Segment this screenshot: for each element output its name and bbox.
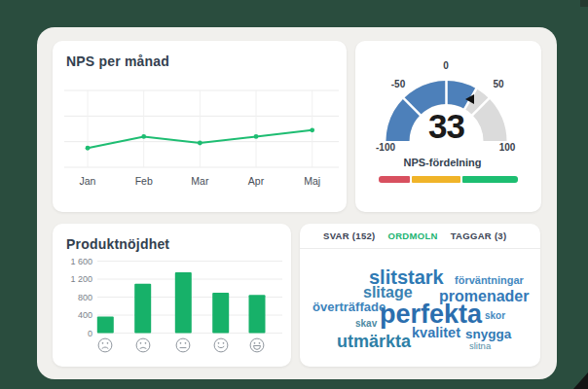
wordcloud-word[interactable]: kvalitet	[412, 326, 460, 340]
satisfaction-bar	[97, 316, 114, 333]
bar-ytick-label: 800	[78, 293, 92, 302]
wordcloud-word[interactable]: perfekta	[380, 301, 482, 328]
gauge-distribution-label: NPS-fördelning	[355, 157, 530, 168]
gauge-value: 33	[355, 107, 537, 146]
emoji-very-sad-icon	[97, 337, 113, 353]
tab-taggar-3[interactable]: TAGGAR (3)	[451, 230, 507, 241]
wordcloud-word[interactable]: utmärkta	[337, 333, 411, 350]
word-cloud: slitstarkförväntningarslitagepromenaderö…	[300, 249, 540, 367]
month-label: Maj	[304, 175, 320, 187]
gauge-tick-label: 0	[443, 60, 449, 71]
line-point	[141, 134, 146, 139]
emoji-happy-icon	[213, 337, 229, 353]
line-point	[86, 146, 91, 151]
screen-corner-artifact-top	[580, 0, 588, 7]
bar-ytick-label: 1 600	[70, 257, 92, 266]
wordcloud-word[interactable]: skor	[485, 311, 505, 321]
distribution-segment-promoters	[462, 176, 518, 183]
gauge-tick-label: 50	[493, 79, 503, 89]
bar-ytick-label: 1 200	[70, 274, 92, 284]
month-label: Mar	[191, 175, 209, 187]
satisfaction-bar	[175, 272, 192, 333]
emoji-very-happy-icon	[249, 337, 265, 353]
nps-distribution-bar	[379, 176, 518, 183]
month-label: Feb	[135, 175, 153, 187]
word-cloud-card: SVAR (152)ORDMOLNTAGGAR (3) slitstarkför…	[300, 224, 540, 367]
line-point	[310, 127, 314, 132]
gauge-tick-label: 100	[499, 142, 516, 153]
wordcloud-word[interactable]: förväntningar	[455, 275, 524, 286]
word-cloud-tabbar: SVAR (152)ORDMOLNTAGGAR (3)	[300, 224, 540, 249]
cursor-corner-artifact	[573, 372, 588, 389]
tab-ordmoln[interactable]: ORDMOLN	[388, 230, 438, 241]
bar-ytick-label: 0	[88, 329, 92, 338]
wordcloud-word[interactable]: slitage	[363, 285, 413, 301]
emoji-neutral-icon	[175, 337, 191, 353]
satisfaction-emoji-row	[53, 337, 291, 355]
gauge-tick-label: -50	[391, 79, 405, 89]
satisfaction-bar	[212, 293, 229, 334]
emoji-sad-icon	[135, 337, 151, 353]
nps-line-chart: JanFebMarAprMaj	[53, 41, 347, 212]
product-satisfaction-card: Produktnöjdhet 04008001 2001 600	[53, 224, 291, 367]
bar-ytick-label: 400	[78, 310, 92, 320]
line-point	[254, 134, 259, 139]
satisfaction-bar	[134, 284, 151, 334]
tab-svar-152[interactable]: SVAR (152)	[323, 230, 376, 241]
wordcloud-word[interactable]: skav	[355, 319, 377, 329]
wordcloud-word[interactable]: snygga	[465, 328, 511, 341]
month-label: Jan	[80, 175, 96, 187]
month-label: Apr	[248, 175, 265, 187]
wordcloud-word[interactable]: slitna	[469, 341, 491, 351]
distribution-segment-detractors	[379, 176, 410, 183]
line-point	[198, 141, 202, 146]
nps-gauge-card: 33 -100-50050100 NPS-fördelning	[355, 41, 541, 212]
satisfaction-bar	[249, 295, 266, 333]
distribution-segment-passives	[412, 176, 460, 183]
dashboard-panel: NPS per månad JanFebMarAprMaj 33 -100-50…	[37, 27, 557, 379]
nps-line-card: NPS per månad JanFebMarAprMaj	[53, 41, 347, 212]
wordcloud-word[interactable]: överträffade	[312, 301, 386, 313]
gauge-tick-label: -100	[376, 142, 395, 153]
